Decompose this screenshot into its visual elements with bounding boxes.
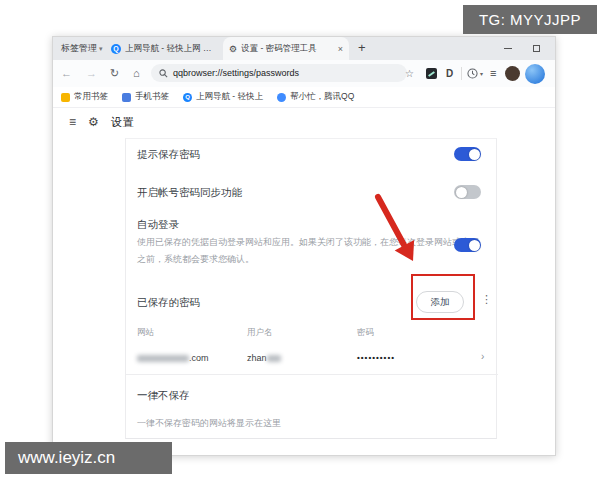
bookmark-item-qq-help[interactable]: 帮小忙，腾讯QQ <box>277 91 354 103</box>
home-button[interactable]: ⌂ <box>133 60 140 87</box>
search-icon <box>159 69 168 78</box>
watermark-bottom-left: www.ieyiz.cn <box>5 442 172 474</box>
settings-page-header: ≡ ⚙ 设置 <box>53 109 555 135</box>
bookmark-item-mobile[interactable]: 手机书签 <box>122 91 169 103</box>
auto-login-toggle[interactable] <box>454 238 481 252</box>
row-divider <box>126 374 498 375</box>
tab-navigation-home[interactable]: Q 上网导航 - 轻快上网 从这里开始 <box>105 37 219 60</box>
sync-toggle[interactable] <box>454 185 481 199</box>
tab-strip: 标签管理▾ Q 上网导航 - 轻快上网 从这里开始 ⚙ 设置 - 密码管理工具 … <box>53 37 555 60</box>
phone-bookmark-icon <box>122 93 131 102</box>
extension-button[interactable] <box>426 60 437 87</box>
page-title: 设置 <box>111 115 135 130</box>
folder-icon <box>61 93 70 102</box>
row-username-cell: zhan <box>247 353 281 363</box>
bookmark-item-navigation[interactable]: Q 上网导航 - 轻快上 <box>183 91 263 103</box>
row-password-cell: •••••••••• <box>357 353 395 362</box>
bookmark-label: 帮小忙，腾讯QQ <box>290 91 354 103</box>
tab-title: 上网导航 - 轻快上网 从这里开始 <box>125 43 213 55</box>
bookmarks-bar: 常用书签 手机书签 Q 上网导航 - 轻快上 帮小忙，腾讯QQ <box>53 87 555 108</box>
maximize-icon <box>533 45 540 52</box>
close-tab-icon[interactable]: × <box>338 44 343 54</box>
blurred-text <box>137 355 189 362</box>
history-clock-icon <box>467 68 478 79</box>
browser-toolbar: ← → ↻ ⌂ qqbrowser://settings/passwords ☆… <box>53 60 555 87</box>
username-text: zhan <box>247 353 267 363</box>
chevron-down-icon: ▾ <box>480 70 483 77</box>
chevron-down-icon: ▾ <box>99 45 103 52</box>
history-button[interactable]: ▾ <box>467 60 483 87</box>
never-save-hint: 一律不保存密码的网站将显示在这里 <box>137 417 281 430</box>
prompt-save-toggle[interactable] <box>454 147 481 161</box>
blue-avatar-icon <box>525 64 545 84</box>
maximize-button[interactable] <box>526 37 546 60</box>
bookmark-label: 常用书签 <box>74 91 108 103</box>
row-website-cell: .com <box>137 353 209 363</box>
more-menu-icon[interactable]: ⋮ <box>481 293 492 306</box>
red-highlight-box <box>411 274 475 320</box>
avatar-icon <box>505 66 520 81</box>
sync-label: 开启帐号密码同步功能 <box>137 186 242 200</box>
qqbrowser-logo-icon: Q <box>111 44 121 54</box>
browser-window: 标签管理▾ Q 上网导航 - 轻快上网 从这里开始 ⚙ 设置 - 密码管理工具 … <box>52 36 556 456</box>
qq-icon <box>277 93 286 102</box>
website-suffix: .com <box>189 353 209 363</box>
reload-button[interactable]: ↻ <box>110 60 119 87</box>
profile-avatar[interactable] <box>505 60 520 87</box>
minimize-button[interactable] <box>498 37 518 60</box>
bookmark-label: 上网导航 - 轻快上 <box>196 91 263 103</box>
url-text: qqbrowser://settings/passwords <box>173 68 299 78</box>
tab-manager-label: 标签管理 <box>61 43 97 53</box>
account-avatar[interactable] <box>525 60 545 87</box>
bookmark-item-common[interactable]: 常用书签 <box>61 91 108 103</box>
screenshot-root: 天极下载站 mydown.yesky.com 天极下载站 mydown.yesk… <box>0 0 600 480</box>
column-header-website: 网站 <box>137 327 154 339</box>
download-button[interactable]: D <box>446 60 453 87</box>
gear-icon: ⚙ <box>229 44 237 54</box>
back-button[interactable]: ← <box>61 60 72 87</box>
extension-icon <box>426 68 437 79</box>
settings-gear-icon: ⚙ <box>88 115 99 129</box>
saved-passwords-title: 已保存的密码 <box>137 296 200 310</box>
watermark-top-right: TG: MYYJJPP <box>463 5 597 34</box>
forward-button[interactable]: → <box>86 60 97 87</box>
never-save-title: 一律不保存 <box>137 389 190 403</box>
bookmark-star-icon[interactable]: ☆ <box>405 60 414 87</box>
password-settings-card: 提示保存密码 开启帐号密码同步功能 自动登录 使用已保存的凭据自动登录网站和应用… <box>125 138 497 439</box>
column-header-username: 用户名 <box>247 327 273 339</box>
chevron-right-icon[interactable]: › <box>481 351 484 362</box>
new-tab-button[interactable]: + <box>358 37 366 60</box>
blurred-text <box>267 355 281 362</box>
browser-menu-icon[interactable]: ≡ <box>490 60 496 87</box>
qqbrowser-logo-icon: Q <box>183 93 192 102</box>
auto-login-description: 使用已保存的凭据自动登录网站和应用。如果关闭了该功能，在您每次登录网站或应用之前… <box>137 234 487 268</box>
prompt-save-label: 提示保存密码 <box>137 148 200 162</box>
hamburger-menu-icon[interactable]: ≡ <box>69 115 76 129</box>
column-header-password: 密码 <box>357 327 374 339</box>
auto-login-label: 自动登录 <box>137 218 179 232</box>
bookmark-label: 手机书签 <box>135 91 169 103</box>
minimize-icon <box>504 48 512 49</box>
address-bar[interactable]: qqbrowser://settings/passwords <box>151 64 407 82</box>
tab-title: 设置 - 密码管理工具 <box>241 43 317 55</box>
tab-manager-button[interactable]: 标签管理▾ <box>61 37 103 60</box>
tab-settings-passwords[interactable]: ⚙ 设置 - 密码管理工具 × <box>223 37 349 60</box>
toolbar-divider <box>461 60 462 87</box>
